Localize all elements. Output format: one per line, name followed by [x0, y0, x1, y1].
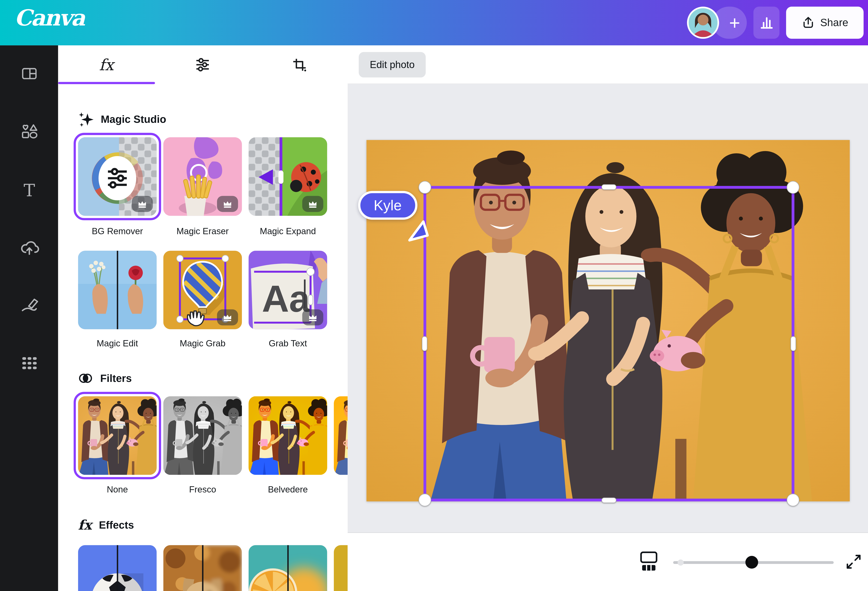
sidebar-item-text[interactable]: T: [0, 170, 58, 210]
sidebar-item-design[interactable]: [0, 54, 58, 93]
filters-header: Filters: [78, 371, 132, 386]
apps-grid-icon: [20, 354, 38, 373]
sidebar-item-uploads[interactable]: [0, 228, 58, 268]
share-button[interactable]: Share: [786, 7, 864, 39]
tab-adjust[interactable]: [155, 45, 251, 84]
tool-magic-eraser[interactable]: [163, 137, 242, 216]
resize-handle-bottom-right[interactable]: [787, 494, 799, 506]
account-group: +: [687, 7, 747, 39]
active-tab-indicator: [58, 82, 155, 84]
collaborator-label: Kyle: [358, 191, 417, 220]
panel-tabs: fx: [58, 45, 348, 84]
filter-none[interactable]: [78, 396, 157, 475]
plus-icon: +: [729, 12, 740, 34]
filter-label: Belvedere: [248, 485, 327, 495]
resize-handle-left[interactable]: [422, 336, 427, 351]
elements-shapes-icon: [20, 122, 38, 141]
tool-label: Magic Edit: [78, 339, 157, 349]
tool-magic-grab[interactable]: [163, 251, 242, 329]
tool-grab-text[interactable]: Aa: [248, 251, 327, 329]
zoom-slider-detent: [678, 560, 683, 566]
effect-shadows[interactable]: [78, 545, 157, 591]
cloud-upload-icon: [19, 238, 39, 258]
edit-photo-button[interactable]: Edit photo: [359, 52, 426, 77]
expand-icon: [845, 553, 862, 570]
filters-icon: [78, 371, 93, 386]
edit-photo-panel: fx: [58, 45, 348, 591]
photo-page[interactable]: [366, 140, 850, 501]
effect-duotone[interactable]: [248, 545, 327, 591]
filter-partial[interactable]: [334, 396, 348, 475]
resize-handle-top[interactable]: [601, 184, 616, 190]
pro-crown-badge: [217, 310, 238, 326]
pages-icon: [639, 551, 658, 573]
tool-bg-remover[interactable]: [78, 137, 157, 216]
workspace: Edit photo Kyle: [348, 45, 868, 591]
resize-handle-bottom[interactable]: [601, 498, 616, 503]
effects-header: fx Effects: [78, 517, 134, 533]
design-icon: [20, 65, 38, 83]
resize-handle-top-right[interactable]: [787, 181, 799, 194]
pro-crown-badge: [302, 310, 323, 326]
tool-label: Grab Text: [248, 339, 327, 349]
tab-crop[interactable]: [251, 45, 348, 84]
avatar[interactable]: [687, 7, 719, 39]
zoom-slider[interactable]: [673, 559, 834, 566]
filter-belvedere[interactable]: [248, 396, 327, 475]
tool-magic-expand[interactable]: [248, 137, 327, 216]
tool-label: Magic Expand: [248, 226, 327, 236]
canvas-area[interactable]: Kyle: [348, 84, 868, 533]
canva-logo[interactable]: Canva: [15, 4, 84, 31]
grid-view-button[interactable]: [636, 546, 662, 577]
sidebar-item-elements[interactable]: [0, 112, 58, 152]
tool-label: BG Remover: [78, 226, 157, 236]
object-panel-rail: T: [0, 45, 58, 591]
magic-studio-header: Magic Studio: [78, 112, 166, 127]
filter-label: Fresco: [163, 485, 242, 495]
insights-button[interactable]: [753, 7, 779, 39]
tab-effects[interactable]: fx: [58, 45, 155, 84]
adjust-sliders-icon: [195, 56, 211, 73]
crop-icon: [291, 56, 308, 73]
context-toolbar: Edit photo: [348, 45, 868, 84]
sidebar-item-draw[interactable]: [0, 285, 58, 325]
tool-label: Magic Grab: [163, 339, 242, 349]
effect-partial[interactable]: [334, 545, 348, 591]
fx-icon: fx: [99, 56, 114, 74]
share-upload-icon: [802, 16, 815, 29]
filter-label: None: [78, 485, 157, 495]
tool-magic-edit[interactable]: [78, 251, 157, 329]
draw-pen-icon: [19, 295, 39, 315]
fx-icon: fx: [78, 517, 92, 533]
pro-crown-badge: [302, 196, 323, 212]
zoom-slider-thumb[interactable]: [745, 556, 758, 569]
collaborator-cursor-icon: [405, 219, 432, 246]
share-label: Share: [820, 17, 848, 29]
tool-label: Magic Eraser: [163, 226, 242, 236]
resize-handle-bottom-left[interactable]: [419, 494, 431, 506]
canva-app: Canva +: [0, 0, 868, 591]
pro-crown-badge: [217, 196, 238, 212]
text-icon: T: [20, 180, 38, 199]
bar-chart-icon: [758, 15, 775, 31]
sparkle-icon: [78, 112, 93, 127]
fullscreen-button[interactable]: [843, 545, 865, 578]
svg-text:T: T: [23, 180, 35, 199]
effect-blur[interactable]: [163, 545, 242, 591]
pro-crown-badge: [132, 196, 153, 212]
sidebar-item-apps[interactable]: [0, 343, 58, 383]
resize-handle-right[interactable]: [791, 336, 796, 351]
filter-fresco[interactable]: [163, 396, 242, 475]
bottom-bar: [348, 533, 868, 591]
resize-handle-top-left[interactable]: [419, 181, 431, 194]
top-bar: Canva +: [0, 0, 868, 45]
